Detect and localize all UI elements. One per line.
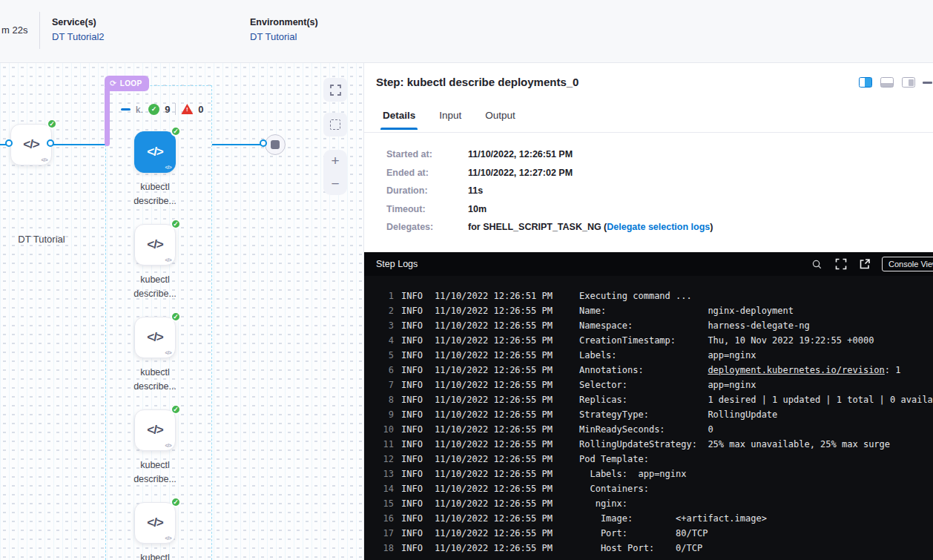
log-line-number: 16 — [364, 511, 394, 526]
fit-to-screen-button[interactable] — [323, 78, 347, 102]
environment-link[interactable]: DT Tutorial — [250, 31, 318, 42]
log-line: 16INFO11/10/2022 12:26:55 PM Image: <+ar… — [364, 511, 933, 526]
log-timestamp: 11/10/2022 12:26:55 PM — [435, 541, 572, 556]
execution-topbar: m 22s Service(s) DT Tutorial2 Environmen… — [0, 0, 933, 63]
console-view-button[interactable]: Console View — [882, 257, 933, 271]
minimize-panel-button[interactable] — [923, 82, 932, 84]
log-line-number: 12 — [364, 452, 394, 467]
log-line: 8INFO11/10/2022 12:26:55 PMReplicas: 1 d… — [364, 392, 933, 407]
zoom-out-button[interactable]: − — [323, 173, 347, 196]
layout-right-icon[interactable] — [902, 77, 915, 88]
detail-value: 10m — [468, 204, 487, 214]
step-logs-panel: Step Logs — [364, 252, 933, 560]
loop-stripe — [105, 88, 110, 146]
mini-code-icon: </> — [165, 350, 171, 355]
log-level: INFO — [401, 467, 427, 481]
log-line: 3INFO11/10/2022 12:26:55 PMNamespace: ha… — [364, 318, 933, 333]
log-line-number: 18 — [364, 541, 394, 556]
logs-body[interactable]: 1INFO11/10/2022 12:26:51 PMExecuting com… — [364, 276, 933, 560]
log-message: Host Port: 0/TCP — [579, 541, 702, 556]
log-level: INFO — [401, 422, 427, 437]
success-badge-icon: ✓ — [171, 219, 181, 229]
step-node[interactable]: </></>✓ — [134, 224, 176, 266]
fullscreen-icon — [835, 258, 847, 270]
node-port-right[interactable] — [47, 139, 54, 147]
pipeline-step: </></>✓kubectldescribe... — [134, 409, 176, 487]
service-link[interactable]: DT Tutorial2 — [52, 31, 105, 42]
log-line-number: 5 — [364, 348, 394, 363]
layout-bottom-icon[interactable] — [880, 77, 894, 88]
panel-layout-switcher — [859, 77, 915, 88]
log-timestamp: 11/10/2022 12:26:55 PM — [435, 348, 572, 363]
log-line-number: 4 — [364, 333, 394, 348]
log-timestamp: 11/10/2022 12:26:55 PM — [435, 481, 572, 496]
log-message: RollingUpdateStrategy: 25% max unavailab… — [579, 437, 890, 452]
shell-script-icon: </> — [147, 515, 163, 530]
delegate-selection-logs-link[interactable]: Delegate selection logs — [607, 222, 710, 232]
step-label: kubectldescribe... — [103, 180, 207, 208]
step-logs-header: Step Logs — [364, 252, 933, 276]
detail-value: 11s — [468, 185, 483, 196]
detail-row-ended: Ended at: 11/10/2022, 12:27:02 PM — [386, 168, 713, 178]
log-timestamp: 11/10/2022 12:26:55 PM — [435, 437, 572, 452]
log-line-number: 2 — [364, 303, 394, 318]
marquee-icon — [330, 119, 340, 130]
log-timestamp: 11/10/2022 12:26:55 PM — [435, 392, 572, 407]
tab-output[interactable]: Output — [485, 110, 515, 130]
mini-code-icon: </> — [165, 536, 171, 541]
search-logs-button[interactable] — [811, 258, 823, 271]
log-level: INFO — [401, 481, 427, 496]
end-node-port[interactable] — [260, 139, 267, 147]
zoom-in-button[interactable]: + — [323, 150, 347, 173]
shell-script-icon: </> — [147, 145, 163, 159]
tab-input[interactable]: Input — [439, 110, 461, 130]
log-line: 10INFO11/10/2022 12:26:55 PMMinReadySeco… — [364, 422, 933, 437]
detail-row-timeout: Timeout: 10m — [386, 204, 713, 214]
pipeline-step: </></>✓kubectldescribe... — [134, 131, 176, 208]
node-port-left[interactable] — [5, 139, 13, 147]
shell-script-icon: </> — [147, 423, 163, 438]
pipeline-execution-screen: m 22s Service(s) DT Tutorial2 Environmen… — [0, 0, 933, 560]
log-line-number: 11 — [364, 437, 394, 452]
log-level: INFO — [401, 348, 427, 363]
log-timestamp: 11/10/2022 12:26:55 PM — [435, 422, 572, 437]
log-timestamp: 11/10/2022 12:26:55 PM — [435, 452, 572, 467]
loop-badge[interactable]: ⟳ LOOP — [105, 76, 149, 91]
group-name: k. — [136, 104, 143, 115]
stop-square-icon — [271, 140, 280, 149]
log-annotation-link[interactable]: deployment.kubernetes.io/revision — [708, 365, 884, 375]
pipeline-step: </></>✓kubectldescribe... — [134, 224, 176, 301]
pipeline-graph-canvas[interactable]: ⟳ LOOP k. ✓ 9 ! 0 </> </> ✓ DT Tutorial … — [0, 63, 363, 560]
start-step-node[interactable]: </> </> ✓ — [10, 124, 52, 165]
step-node[interactable]: </></>✓ — [134, 409, 176, 451]
count-divider — [175, 103, 176, 115]
log-message: Selector: app=nginx — [579, 378, 756, 392]
collapse-group-button[interactable] — [121, 108, 131, 111]
log-message: Image: <+artifact.image> — [579, 511, 767, 526]
detail-value: 11/10/2022, 12:26:51 PM — [468, 149, 573, 159]
shell-script-icon: </> — [23, 137, 39, 152]
open-in-new-tab-button[interactable] — [858, 258, 871, 271]
warning-icon: ! — [181, 104, 193, 114]
log-message: Containers: — [579, 481, 649, 496]
log-line-number: 9 — [364, 407, 394, 422]
layout-split-right-icon[interactable] — [859, 77, 872, 88]
edge-loop-to-end — [212, 144, 261, 145]
step-node[interactable]: </></>✓ — [134, 131, 176, 173]
elapsed-time: m 22s — [1, 24, 27, 36]
marquee-select-button[interactable] — [323, 113, 347, 136]
log-level: INFO — [401, 318, 427, 333]
start-node-wrap: </> </> ✓ DT Tutorial — [10, 124, 52, 165]
success-badge-icon: ✓ — [47, 119, 57, 129]
log-line-number: 3 — [364, 318, 394, 333]
detail-label: Delegates: — [386, 222, 468, 232]
end-node[interactable] — [265, 134, 286, 155]
fullscreen-logs-button[interactable] — [834, 258, 847, 271]
step-node[interactable]: </></>✓ — [134, 502, 176, 544]
log-line-number: 10 — [364, 422, 394, 437]
step-group-header: k. ✓ 9 ! 0 — [121, 102, 204, 116]
tab-details[interactable]: Details — [383, 110, 415, 130]
step-node[interactable]: </></>✓ — [134, 317, 176, 358]
log-level: INFO — [401, 407, 427, 422]
log-level: INFO — [401, 392, 427, 407]
